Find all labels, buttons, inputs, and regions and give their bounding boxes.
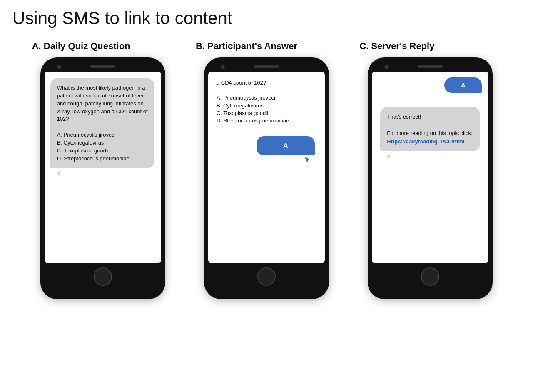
home-button-a[interactable] <box>94 267 112 286</box>
phone-frame-a: What is the most likely pathogen in a pa… <box>40 57 165 299</box>
phone-screen-c: A That's correct!For more reading on thi… <box>372 72 488 263</box>
phone-section-a: A. Daily Quiz Question What is the most … <box>28 41 178 299</box>
phone-bottom-a <box>45 267 161 286</box>
speaker-a <box>90 65 115 68</box>
reply-text: That's correct!For more reading on this … <box>387 114 472 136</box>
section-label-b: B. Participant's Answer <box>192 41 297 52</box>
phones-container: A. Daily Quiz Question What is the most … <box>12 41 521 299</box>
phone-top-c <box>372 65 488 68</box>
partial-question-text: a CD4 count of 102? A. Pneumocystis jiro… <box>212 76 321 126</box>
sms-bubble-reply: That's correct!For more reading on this … <box>380 107 480 151</box>
section-label-c: C. Server's Reply <box>355 41 434 52</box>
sms-bubble-answer: A <box>257 136 315 155</box>
screen-content-b: a CD4 count of 102? A. Pneumocystis jiro… <box>212 76 321 259</box>
phone-frame-b: a CD4 count of 102? A. Pneumocystis jiro… <box>204 57 329 299</box>
phone-screen-b: a CD4 count of 102? A. Pneumocystis jiro… <box>208 72 325 263</box>
section-label-a: A. Daily Quiz Question <box>28 41 130 52</box>
screen-content-c: A That's correct!For more reading on thi… <box>375 76 485 259</box>
phone-screen-a: What is the most likely pathogen in a pa… <box>45 72 161 263</box>
sent-a-text: A <box>461 82 466 89</box>
phone-top-a <box>45 65 161 68</box>
home-button-b[interactable] <box>257 267 276 286</box>
answer-text: A <box>283 142 288 149</box>
speaker-b <box>254 65 279 68</box>
camera-icon-c <box>384 65 389 69</box>
reply-link[interactable]: Https://dailyreading_PCP/html <box>387 138 464 145</box>
phone-bottom-c <box>372 267 488 286</box>
phone-section-c: C. Server's Reply A That <box>355 41 505 299</box>
sent-bubble-top: A <box>444 77 482 93</box>
camera-icon-a <box>57 65 61 69</box>
phone-section-b: B. Participant's Answer a CD4 count of 1… <box>192 41 341 299</box>
phone-frame-c: A That's correct!For more reading on thi… <box>368 57 493 299</box>
sms-bubble-question: What is the most likely pathogen in a pa… <box>50 78 155 168</box>
question-text: What is the most likely pathogen in a pa… <box>57 85 148 162</box>
home-button-c[interactable] <box>421 267 439 286</box>
page-title: Using SMS to link to content <box>12 8 521 28</box>
phone-bottom-b <box>208 267 325 286</box>
camera-icon-b <box>221 65 225 69</box>
speaker-c <box>418 65 443 68</box>
phone-top-b <box>208 65 325 68</box>
screen-content-a: What is the most likely pathogen in a pa… <box>48 76 158 259</box>
